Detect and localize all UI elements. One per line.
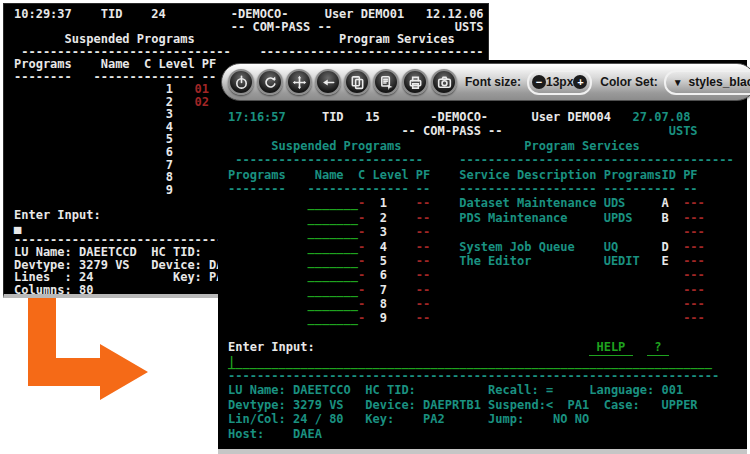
terminal-text: --	[416, 254, 430, 268]
terminal-text: Host:	[228, 427, 264, 441]
terminal-text: --	[416, 211, 430, 225]
power-button[interactable]	[228, 69, 254, 95]
terminal-text: ----------------------------------------…	[228, 369, 719, 383]
dropdown-arrow-icon: ▼	[673, 77, 683, 88]
terminal-text: 02	[195, 96, 209, 109]
terminal-text: Key:	[365, 412, 394, 426]
terminal-text: ---	[683, 240, 705, 254]
terminal-text: 12.12.06	[426, 8, 484, 21]
terminal-text: --	[416, 311, 430, 325]
terminal-line: ________________________________________…	[228, 355, 747, 369]
font-size-increase-button[interactable]: +	[573, 75, 587, 89]
terminal-text: -- COM-PASS --	[401, 124, 502, 138]
terminal-text: -	[358, 240, 365, 254]
terminal-line: _______-5--The EditorUEDITE---	[228, 254, 747, 268]
font-size-stepper: − 13px +	[527, 70, 592, 95]
front-terminal-window: Font size: − 13px + Color Set: ▼ styles_…	[218, 60, 747, 454]
terminal-text: Programs	[14, 58, 72, 71]
terminal-text: -DEMOCO-	[231, 8, 289, 21]
terminal-text: --------	[604, 182, 662, 196]
terminal-text: LU Name:	[228, 383, 286, 397]
terminal-text: --------------------------	[235, 153, 423, 167]
terminal-text: 17:16:57	[228, 110, 286, 124]
terminal-text: ---	[683, 211, 705, 225]
terminal-text: -	[358, 311, 365, 325]
name-input-field[interactable]: _______	[307, 240, 358, 254]
name-input-field[interactable]: _______	[307, 283, 358, 297]
name-input-field[interactable]: _______	[307, 211, 358, 225]
terminal-text: UDS	[604, 196, 626, 210]
terminal-text: 10:29:37	[14, 8, 72, 21]
terminal-text: -------------------	[459, 182, 596, 196]
terminal-text: USTS	[669, 124, 698, 138]
copy-icon	[350, 75, 365, 90]
terminal-text: --------	[228, 182, 286, 196]
name-input-field[interactable]: _______	[307, 268, 358, 282]
terminal-text: Program Services	[339, 33, 455, 46]
terminal-text: User DEMO04	[531, 110, 610, 124]
terminal-text: Suspended Programs	[271, 139, 401, 153]
print-button[interactable]	[402, 69, 428, 95]
terminal-text: ---	[683, 254, 705, 268]
name-input-field[interactable]: _______	[307, 311, 358, 325]
terminal-line: Enter Input: HELP ?	[228, 340, 747, 354]
terminal-text: ---	[683, 225, 705, 239]
terminal-line: _______-9-----	[228, 311, 747, 325]
terminal-text: 8	[380, 297, 387, 311]
camera-button[interactable]	[431, 69, 457, 95]
terminal-text: B	[661, 211, 668, 225]
name-input-field[interactable]: _______	[307, 254, 358, 268]
terminal-text: NO NO	[553, 412, 589, 426]
terminal-text: --	[416, 182, 430, 196]
terminal-text: Recall:	[488, 383, 539, 397]
terminal-text: --	[416, 297, 430, 311]
terminal-line: _______-3-----	[228, 225, 747, 239]
terminal-text: -	[358, 283, 365, 297]
send-icon	[379, 75, 394, 90]
terminal-line: Host:DAEA	[228, 427, 747, 441]
terminal-text: A	[661, 196, 668, 210]
terminal-text: PDS Maintenance	[459, 211, 567, 225]
color-set-dropdown[interactable]: ▼ styles_black	[664, 70, 750, 95]
font-size-value: 13px	[546, 75, 573, 89]
help-question-link[interactable]: ?	[647, 340, 669, 355]
terminal-line: Suspended ProgramsProgram Services	[228, 139, 747, 153]
name-input-field[interactable]: _______	[307, 225, 358, 239]
terminal-text: -- COM-PASS --	[231, 21, 332, 34]
terminal-line: _______-1--Dataset MaintenanceUDSA---	[228, 196, 747, 210]
terminal-text: --	[416, 225, 430, 239]
name-input-field[interactable]: _______	[307, 196, 358, 210]
terminal-text: Columns:	[14, 284, 72, 297]
terminal-text: DAEA	[293, 427, 322, 441]
copy-button[interactable]	[344, 69, 370, 95]
move-button[interactable]	[286, 69, 312, 95]
terminal-line: ------------------ ---------------------…	[228, 182, 747, 196]
refresh-button[interactable]	[257, 69, 283, 95]
terminal-text: HC TID:	[365, 383, 416, 397]
terminal-text: 1	[380, 196, 387, 210]
font-size-decrease-button[interactable]: −	[532, 75, 546, 89]
terminal-line	[228, 326, 747, 340]
send-button[interactable]	[373, 69, 399, 95]
terminal-line: 10:29:37TID24-DEMOCO-User DEMO0112.12.06	[14, 8, 488, 21]
terminal-text: Name	[315, 168, 344, 182]
terminal-text: 9	[166, 184, 173, 197]
terminal-text: Lin/Col:	[228, 412, 286, 426]
terminal-line: _______-8-----	[228, 297, 747, 311]
terminal-text: 001	[661, 383, 683, 397]
terminal-text: PF	[416, 168, 430, 182]
print-icon	[408, 75, 423, 90]
terminal-text: UQ	[604, 240, 618, 254]
terminal-text: 7	[380, 283, 387, 297]
terminal-line: -- COM-PASS --USTS	[228, 124, 747, 138]
camera-icon	[437, 75, 452, 90]
help-link[interactable]: HELP	[589, 340, 632, 355]
terminal-text: 3279 VS	[293, 398, 344, 412]
terminal-text: PF	[683, 168, 697, 182]
back-button[interactable]	[315, 69, 341, 95]
name-input-field[interactable]: _______	[307, 297, 358, 311]
input-cursor[interactable]: |	[228, 355, 235, 369]
input-cursor[interactable]: ▄	[14, 221, 21, 234]
command-input-field[interactable]: ________________________________________…	[228, 355, 712, 369]
terminal-text: User DEMO01	[325, 8, 404, 21]
